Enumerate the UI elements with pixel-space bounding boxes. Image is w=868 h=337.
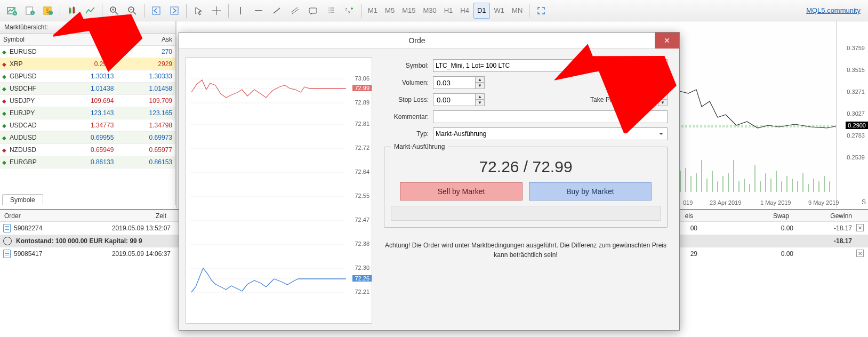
arrow-down-icon: ◆: [0, 61, 9, 67]
symbol-name: USDCHF: [9, 85, 59, 92]
buy-by-market-button[interactable]: Buy by Market: [529, 182, 652, 200]
order-time: 2019.05.09 14:06:37: [64, 250, 171, 258]
volumen-spinner[interactable]: ▲▼: [433, 76, 485, 89]
market-watch-row[interactable]: ◆EURJPY123.143123.165: [0, 107, 175, 119]
close-order-icon[interactable]: ✕: [856, 250, 864, 257]
vertical-line-icon[interactable]: [232, 3, 249, 19]
toolbar-separator: [186, 4, 187, 18]
shift-chart-left-icon[interactable]: [148, 3, 165, 19]
dialog-tick-chart: 73.06 72.99 72.89 72.81 72.72 72.64 72.5…: [186, 57, 372, 324]
ylabel: 0.3271: [847, 89, 865, 95]
svg-rect-29: [309, 8, 317, 13]
shift-chart-right-icon[interactable]: [166, 3, 183, 19]
timeframe-h4[interactable]: H4: [457, 3, 472, 19]
indicators-icon[interactable]: fx: [341, 3, 358, 19]
ask-price: 0.69973: [117, 134, 175, 141]
channel-icon[interactable]: [286, 3, 303, 19]
ask-price: 123.165: [117, 109, 175, 117]
svg-line-27: [291, 7, 298, 12]
market-watch-row[interactable]: ◆USDJPY109.694109.709: [0, 95, 175, 107]
symbol-name: EURJPY: [9, 109, 59, 117]
spin-up-icon[interactable]: ▲: [476, 77, 484, 83]
toolbar-separator: [361, 4, 361, 18]
cursor-icon[interactable]: [190, 3, 207, 19]
col-swap[interactable]: Swap: [697, 211, 793, 221]
close-order-icon[interactable]: ✕: [856, 224, 864, 231]
toolbar-separator: [144, 4, 144, 18]
spin-down-icon[interactable]: ▼: [476, 100, 484, 106]
document-icon: [3, 250, 11, 258]
fullscreen-icon[interactable]: [533, 3, 550, 19]
ylab: 73.06: [355, 75, 369, 82]
order-id: 59085417: [14, 250, 64, 258]
timeframe-w1[interactable]: W1: [491, 3, 508, 19]
timeframe-d1[interactable]: D1: [473, 3, 490, 19]
timeframe-m15[interactable]: M15: [399, 3, 419, 19]
arrow-up-icon: ◆: [0, 86, 9, 92]
timeframe-mn[interactable]: MN: [509, 3, 526, 19]
xlabel: 9 May 2019: [808, 199, 839, 206]
order-swap: 0.00: [697, 224, 793, 232]
volumen-input[interactable]: [433, 76, 476, 89]
market-watch-row[interactable]: ◆USDCAD1.347731.34798: [0, 119, 175, 132]
market-watch-row[interactable]: ◆AUDUSD0.699550.69973: [0, 132, 175, 144]
market-watch-tab-symbole[interactable]: Symbole: [2, 194, 43, 205]
spin-up-icon[interactable]: ▲: [476, 94, 484, 100]
svg-line-26: [274, 8, 280, 13]
xlabel: 23 Apr 2019: [710, 199, 741, 206]
col-order[interactable]: Order: [0, 211, 64, 221]
trend-line-icon[interactable]: [268, 3, 285, 19]
arrow-up-icon: ◆: [0, 49, 9, 55]
sell-by-market-button[interactable]: Sell by Market: [400, 182, 523, 200]
annotation-arrow-1: [53, 7, 144, 77]
bid-price: 123.143: [59, 109, 117, 117]
disabled-bar: [391, 206, 661, 221]
timeframe-buttons: M1M5M15M30H1H4D1W1MN: [365, 3, 526, 19]
timeframe-m1[interactable]: M1: [365, 3, 381, 19]
market-watch-row[interactable]: ◆USDCHF1.014381.01458: [0, 83, 175, 95]
stoploss-input[interactable]: [433, 93, 476, 106]
new-chart-icon[interactable]: +: [3, 3, 20, 19]
ylab: 72.64: [355, 168, 369, 175]
market-watch-row[interactable]: ◆NZDUSD0.659490.65977: [0, 144, 175, 156]
summary-gewinn: -18.17: [793, 237, 868, 245]
market-watch-row[interactable]: ◆EURGBP0.861330.86153: [0, 156, 175, 168]
timeframe-m30[interactable]: M30: [420, 3, 439, 19]
text-label-icon[interactable]: [304, 3, 322, 19]
ylab: 72.30: [355, 264, 369, 271]
profiles-icon[interactable]: +: [21, 3, 38, 19]
order-warning: Achtung! Die Order wird unter Marktbedin…: [384, 240, 668, 260]
chart-yaxis: 0.3759 0.3515 0.3271 0.3027 0.2900 0.278…: [836, 21, 868, 208]
svg-text:+: +: [14, 12, 16, 15]
ylab: 72.81: [355, 121, 369, 127]
timeframe-h1[interactable]: H1: [441, 3, 456, 19]
symbol-name: NZDUSD: [9, 146, 59, 154]
arrow-up-icon: ◆: [0, 135, 9, 141]
mql5-community-link[interactable]: MQL5.community: [806, 6, 865, 14]
col-zeit[interactable]: Zeit: [64, 211, 171, 221]
ylabel: 0.2539: [847, 154, 865, 161]
spin-down-icon[interactable]: ▼: [476, 83, 484, 89]
bid-price-tag: 72.26: [352, 275, 372, 282]
svg-text:x: x: [348, 10, 350, 14]
symbol-name: GBPUSD: [9, 73, 59, 80]
fibonacci-icon[interactable]: [323, 3, 340, 19]
label-volumen: Volumen:: [384, 79, 433, 86]
ylabel: 0.3027: [847, 110, 865, 117]
timeframe-m5[interactable]: M5: [382, 3, 398, 19]
col-symbol[interactable]: Symbol: [0, 34, 59, 45]
svg-line-28: [292, 9, 299, 14]
order-time: 2019.05.09 13:52:07: [64, 224, 171, 232]
svg-point-8: [49, 11, 53, 15]
label-kommentar: Kommentar:: [384, 113, 433, 121]
bid-price: 109.694: [59, 97, 117, 105]
col-gewinn[interactable]: Gewinn: [793, 211, 868, 221]
crosshair-icon[interactable]: [208, 3, 225, 19]
horizontal-line-icon[interactable]: [250, 3, 267, 19]
sync-icon: [3, 237, 12, 245]
arrow-up-icon: ◆: [0, 110, 9, 116]
stoploss-spinner[interactable]: ▲▼: [433, 93, 485, 106]
ask-price-tag: 72.99: [352, 85, 372, 91]
ask-price: 1.01458: [117, 85, 175, 92]
toolbar-separator: [228, 4, 229, 18]
